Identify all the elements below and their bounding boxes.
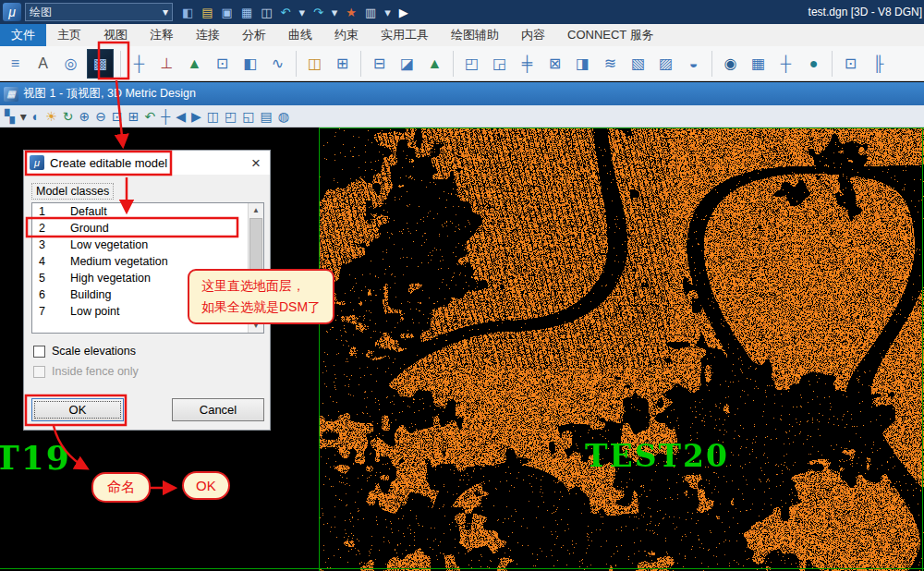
model-class-row[interactable]: 4Medium vegetation: [32, 253, 263, 270]
copy-icon[interactable]: ◫: [261, 6, 272, 18]
fit-view-icon[interactable]: ⊞: [128, 110, 140, 123]
toolbar-separator: [832, 51, 833, 77]
ribbon-tab-4[interactable]: 连接: [185, 24, 231, 46]
flag-point-icon[interactable]: ▲: [183, 51, 206, 77]
hatch-right-icon[interactable]: ▨: [654, 51, 677, 77]
view-rotation-icon[interactable]: ◍: [278, 110, 289, 123]
model-class-row-ground[interactable]: 2Ground: [32, 220, 263, 237]
toolbar-separator: [296, 51, 297, 77]
text-format-icon[interactable]: A: [31, 51, 55, 77]
zoom-out-icon[interactable]: ⊖: [95, 110, 106, 123]
ribbon-tab-6[interactable]: 曲线: [277, 24, 323, 46]
align-quadrant-icon[interactable]: ◰: [460, 51, 483, 77]
ribbon-tab-3[interactable]: 注释: [139, 24, 185, 46]
selection-arrow-icon[interactable]: ▶: [399, 6, 408, 18]
ribbon-tab-11[interactable]: CONNECT 服务: [556, 24, 665, 46]
ribbon-toolbar: ≡A◎▩┼⊥▲⊡◧∿◫⊞⊟◪▲◰◲╪⊠◨≋▧▨◒◉▦┼●⊡╟: [0, 46, 924, 81]
shade-view-icon[interactable]: ◪: [395, 51, 419, 77]
target-view-icon[interactable]: ◉: [719, 51, 742, 77]
open-file-icon[interactable]: ▤: [201, 6, 213, 18]
scale-elevations-checkbox[interactable]: [33, 346, 45, 358]
redo-caret-icon[interactable]: ▾: [332, 6, 338, 18]
coordinate-list-icon[interactable]: ◫: [303, 51, 326, 77]
application-window: μ 绘图 ▾ ◧▤▣▦◫↶▾↷▾★▥▾▶ test.dgn [3D - V8 D…: [0, 0, 924, 571]
ribbon-tab-8[interactable]: 实用工具: [370, 24, 440, 46]
element-list-icon[interactable]: ≡: [4, 51, 27, 77]
create-editable-model-icon[interactable]: ▩: [87, 49, 114, 79]
crosshair-icon[interactable]: ┼: [774, 51, 797, 77]
app-logo-icon[interactable]: μ: [3, 3, 21, 21]
tree-tool-icon[interactable]: ▲: [423, 51, 446, 77]
contour-tool-icon[interactable]: ◒: [682, 51, 705, 77]
view-window-title-bar[interactable]: ▦ 视图 1 - 顶视图, 3D Metric Design: [0, 82, 924, 105]
scale-elevations-label: Scale elevations: [52, 345, 136, 358]
axis-tool-icon[interactable]: ┼: [128, 51, 151, 77]
canvas-label-test20: TEST20: [585, 438, 729, 474]
chevron-down-icon: ▾: [163, 6, 168, 18]
zoom-in-icon[interactable]: ⊕: [79, 110, 91, 123]
section-tool-icon[interactable]: ◲: [488, 51, 511, 77]
view-attributes-caret-icon[interactable]: ▾: [20, 110, 27, 123]
active-color-icon[interactable]: ◧: [182, 6, 193, 18]
copy-view-icon[interactable]: ◫: [207, 110, 219, 123]
saved-views-icon[interactable]: ▤: [260, 110, 272, 123]
dialog-title-bar[interactable]: μ Create editable model ×: [24, 151, 270, 175]
view-window-title: 视图 1 - 顶视图, 3D Metric Design: [23, 86, 196, 102]
save-settings-icon[interactable]: ▦: [241, 6, 252, 18]
rotate-view-icon[interactable]: ↶: [145, 110, 156, 123]
wave-smooth-icon[interactable]: ≋: [599, 51, 622, 77]
undo-caret-icon[interactable]: ▾: [298, 6, 305, 18]
survey-pole-icon[interactable]: ⊥: [155, 51, 178, 77]
cancel-button[interactable]: Cancel: [172, 398, 264, 421]
ribbon-tab-7[interactable]: 约束: [323, 24, 370, 46]
half-shade-icon[interactable]: ◨: [571, 51, 594, 77]
document-title: test.dgn [3D - V8 DGN]: [808, 6, 922, 18]
pan-view-icon[interactable]: ┼: [161, 110, 170, 123]
point-cloud-view[interactable]: [319, 128, 924, 571]
model-class-row[interactable]: 3Low vegetation: [32, 237, 263, 253]
globe-icon[interactable]: ●: [802, 51, 825, 77]
cross-section-icon[interactable]: ╪: [516, 51, 539, 77]
window-area-icon[interactable]: ⊡: [112, 110, 123, 123]
table-tool-icon[interactable]: ⊟: [368, 51, 391, 77]
clip-box-icon[interactable]: ⊠: [543, 51, 566, 77]
display-style-icon[interactable]: ◐: [32, 110, 40, 123]
hatch-left-icon[interactable]: ▧: [626, 51, 650, 77]
profile-view-icon[interactable]: ◧: [238, 51, 261, 77]
inside-fence-checkbox-row: Inside fence only: [33, 365, 139, 378]
close-icon[interactable]: ×: [248, 155, 264, 171]
view-next-icon[interactable]: ▶: [191, 110, 201, 123]
print-icon[interactable]: ▥: [365, 6, 376, 18]
ribbon-tab-2[interactable]: 视图: [92, 24, 139, 46]
raster-grid-icon[interactable]: ▦: [747, 51, 770, 77]
view-attributes-icon[interactable]: ▚: [5, 110, 15, 123]
ribbon-tab-5[interactable]: 分析: [231, 24, 277, 46]
active-tool-combo[interactable]: 绘图 ▾: [25, 3, 173, 21]
view-brightness-icon[interactable]: ☀: [45, 110, 57, 123]
update-view-icon[interactable]: ↻: [63, 110, 74, 123]
ok-button[interactable]: OK: [31, 398, 124, 421]
grid-line-left: [319, 128, 320, 571]
quick-access-toolbar: ◧▤▣▦◫↶▾↷▾★▥▾▶: [182, 6, 408, 18]
scroll-up-icon[interactable]: ▲: [249, 203, 263, 217]
print-caret-icon[interactable]: ▾: [384, 6, 391, 18]
view-previous-icon[interactable]: ◀: [176, 110, 186, 123]
active-tool-label: 绘图: [30, 5, 52, 20]
ribbon-tab-9[interactable]: 绘图辅助: [440, 24, 510, 46]
ribbon-tab-1[interactable]: 主页: [46, 24, 92, 46]
clip-mask-icon[interactable]: ◱: [242, 110, 254, 123]
cell-box-icon[interactable]: ⊡: [839, 51, 862, 77]
redo-icon[interactable]: ↷: [313, 6, 323, 18]
save-icon[interactable]: ▣: [222, 6, 233, 18]
ribbon-tab-10[interactable]: 内容: [510, 24, 556, 46]
clip-volume-icon[interactable]: ◰: [225, 110, 237, 123]
snap-point-icon[interactable]: ◎: [59, 51, 82, 77]
grid-tool-icon[interactable]: ⊞: [331, 51, 354, 77]
image-frame-icon[interactable]: ⊡: [211, 51, 234, 77]
curve-tool-icon[interactable]: ∿: [266, 51, 289, 77]
fence-tool-icon[interactable]: ╟: [867, 51, 890, 77]
model-class-row[interactable]: 1Default: [32, 203, 263, 220]
undo-icon[interactable]: ↶: [280, 6, 290, 18]
ribbon-tab-0[interactable]: 文件: [0, 24, 46, 46]
pushpin-icon[interactable]: ★: [346, 6, 357, 18]
